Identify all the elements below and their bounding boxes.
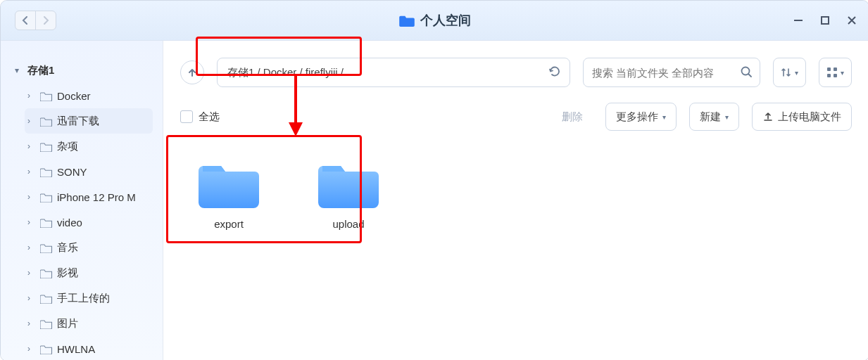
search-icon [740,65,753,80]
go-up-button[interactable] [180,60,204,84]
main-content: 存储1 / Docker / fireflyiii / ▾ [163,41,868,360]
chevron-right-icon: › [27,167,36,176]
view-mode-button[interactable]: ▾ [819,58,852,87]
tree-item-hwlna[interactable]: › HWLNA [27,336,163,360]
checkbox-icon [180,110,193,123]
refresh-icon [548,65,561,78]
chevron-right-icon: › [27,91,36,101]
folder-icon [318,159,379,208]
chevron-right-icon: › [27,319,36,328]
tree-item-manual-upload[interactable]: › 手工上传的 [27,285,163,311]
upload-label: 上传电脑文件 [778,110,841,124]
folder-outline-icon [40,116,53,127]
minimize-button[interactable] [791,13,805,27]
svg-rect-5 [834,68,837,71]
folder-outline-icon [40,192,53,202]
chevron-left-icon [22,16,29,25]
chevron-down-icon: ▾ [725,113,729,121]
tree-item-video[interactable]: › video [27,210,163,235]
new-button[interactable]: 新建 ▾ [689,103,739,131]
svg-rect-6 [827,74,831,77]
tree-item-label: video [57,217,82,229]
folder-name: export [214,218,244,230]
tree-root-label: 存储1 [27,64,54,77]
more-label: 更多操作 [616,110,658,124]
maximize-icon [820,15,830,25]
close-button[interactable] [845,13,859,27]
nav-forward-button[interactable] [35,11,56,30]
upload-icon [762,111,774,122]
chevron-right-icon: › [27,268,36,278]
folder-outline-icon [40,91,53,101]
folder-outline-icon [40,217,53,228]
tree-item-sony[interactable]: › SONY [27,159,163,184]
folder-icon [399,14,415,27]
select-all-label: 全选 [199,110,220,124]
tree-item-label: SONY [57,166,87,178]
more-actions-button[interactable]: 更多操作 ▾ [605,103,677,131]
tree-item-iphone[interactable]: › iPhone 12 Pro M [27,184,163,210]
chevron-right-icon: › [27,116,36,126]
tree-item-label: 杂项 [57,140,78,153]
maximize-button[interactable] [818,13,832,27]
chevron-right-icon: › [27,293,36,303]
svg-rect-7 [834,74,837,77]
select-all-checkbox[interactable]: 全选 [180,110,220,124]
tree-item-label: 迅雷下载 [57,115,99,128]
folder-outline-icon [40,268,53,278]
search-box[interactable] [583,58,760,87]
tree-item-label: 音乐 [57,241,78,255]
folder-export[interactable]: export [190,159,268,230]
close-icon [847,15,857,25]
tree-item-label: 图片 [57,317,78,330]
folder-outline-icon [40,243,53,253]
upload-button[interactable]: 上传电脑文件 [752,103,852,131]
breadcrumb-path[interactable]: 存储1 / Docker / fireflyiii / [217,58,570,87]
folder-outline-icon [40,319,53,329]
window-title: 个人空间 [399,12,471,29]
nav-back-button[interactable] [15,11,35,30]
toolbar-top: 存储1 / Docker / fireflyiii / ▾ [180,58,852,87]
svg-rect-4 [827,68,831,71]
tree-item-label: Docker [57,90,91,102]
folder-name: upload [332,218,364,230]
folder-grid: export upload [180,159,852,230]
svg-point-2 [742,67,750,75]
tree-item-movies[interactable]: › 影视 [27,260,163,285]
minimize-icon [793,15,803,25]
chevron-right-icon: › [27,141,36,151]
tree-item-misc[interactable]: › 杂项 [27,134,163,159]
window-controls [791,13,859,27]
chevron-down-icon: ▾ [795,69,798,77]
chevron-down-icon: ▾ [662,113,666,121]
tree-item-music[interactable]: › 音乐 [27,235,163,260]
delete-button[interactable]: 删除 [552,103,593,130]
folder-icon [199,159,259,208]
folder-outline-icon [40,293,53,304]
sort-button[interactable]: ▾ [773,58,806,87]
window-title-text: 个人空间 [420,12,471,29]
svg-rect-1 [822,17,829,24]
chevron-right-icon: › [27,243,36,252]
sort-icon [781,67,792,78]
sidebar: ▾ 存储1 › Docker › 迅雷下载 [1,41,163,360]
new-label: 新建 [700,110,721,124]
chevron-right-icon [42,16,49,25]
tree-children: › Docker › 迅雷下载 › 杂项 › [15,83,163,360]
tree-root-node[interactable]: ▾ 存储1 [15,58,163,83]
tree-item-docker[interactable]: › Docker [27,83,163,108]
chevron-down-icon: ▾ [15,65,23,75]
delete-label: 删除 [562,110,583,124]
folder-outline-icon [40,344,53,354]
chevron-right-icon: › [27,192,36,202]
tree-item-pictures[interactable]: › 图片 [27,311,163,336]
folder-upload[interactable]: upload [310,159,387,230]
tree-item-xunlei[interactable]: › 迅雷下载 [25,108,153,134]
tree-item-label: iPhone 12 Pro M [57,191,136,203]
svg-line-3 [749,74,752,77]
chevron-right-icon: › [27,217,36,227]
search-input[interactable] [591,66,734,79]
nav-buttons [15,11,56,30]
toolbar-actions: 全选 删除 更多操作 ▾ 新建 ▾ 上传电脑文件 [180,103,852,131]
refresh-button[interactable] [548,65,561,80]
